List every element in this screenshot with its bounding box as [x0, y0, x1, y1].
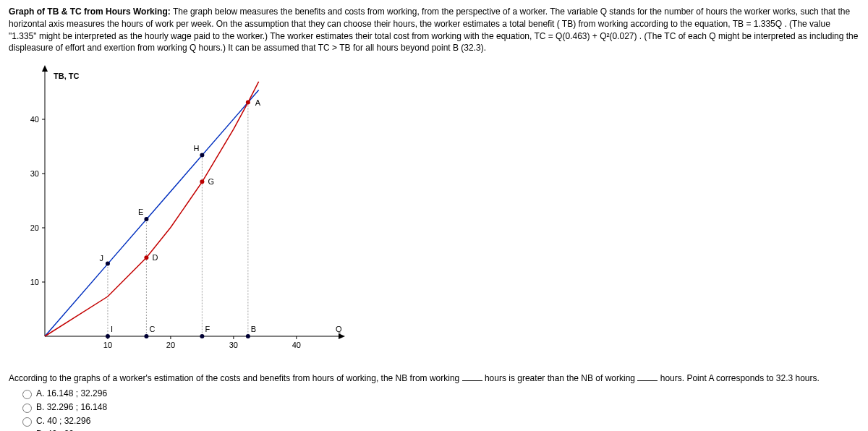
question-block: According to the graphs of a worker's es… — [9, 372, 859, 431]
choice-b[interactable]: B. 32.296 ; 16.148 — [19, 401, 859, 414]
blank-1 — [462, 373, 482, 381]
choice-d-label: D. 40 ; 20 — [36, 428, 74, 431]
svg-text:40: 40 — [292, 341, 301, 349]
svg-point-35 — [106, 262, 110, 266]
svg-text:10: 10 — [103, 341, 112, 349]
svg-text:G: G — [208, 177, 214, 186]
svg-text:D: D — [152, 253, 158, 262]
svg-point-37 — [106, 334, 110, 338]
svg-text:10: 10 — [30, 278, 39, 286]
svg-text:A: A — [255, 98, 261, 107]
svg-point-31 — [144, 217, 148, 221]
choice-c[interactable]: C. 40 ; 32.296 — [19, 415, 859, 427]
choice-c-label: C. 40 ; 32.296 — [36, 415, 90, 427]
question-stem-b: hours is greater than the NB of working — [482, 373, 638, 383]
svg-point-25 — [246, 101, 250, 105]
choice-a[interactable]: A. 16.148 ; 32.296 — [19, 388, 859, 400]
svg-text:H: H — [193, 144, 199, 153]
chart-tb-tc: 1020304010203040TB, TCAHGEDJICFBQ — [16, 61, 349, 365]
svg-point-39 — [144, 334, 148, 338]
choice-d[interactable]: D. 40 ; 20 — [19, 428, 859, 431]
svg-point-43 — [246, 334, 250, 338]
svg-point-33 — [144, 255, 148, 260]
svg-text:TB, TC: TB, TC — [54, 72, 79, 80]
svg-text:40: 40 — [30, 115, 39, 124]
radio-b[interactable] — [22, 404, 32, 413]
intro-title: Graph of TB & TC from Hours Working: — [9, 7, 171, 17]
svg-marker-3 — [339, 333, 345, 339]
svg-text:F: F — [205, 325, 210, 333]
question-stem-a: According to the graphs of a worker's es… — [9, 373, 462, 383]
svg-point-29 — [200, 179, 204, 184]
choice-a-label: A. 16.148 ; 32.296 — [36, 388, 107, 400]
radio-a[interactable] — [22, 390, 32, 399]
radio-c[interactable] — [22, 417, 32, 427]
svg-text:E: E — [138, 208, 143, 216]
svg-text:J: J — [99, 254, 103, 263]
svg-text:I: I — [111, 325, 113, 333]
svg-text:Q: Q — [336, 325, 342, 333]
svg-text:30: 30 — [30, 169, 39, 178]
svg-text:B: B — [251, 325, 256, 333]
blank-2 — [637, 373, 658, 381]
svg-point-41 — [200, 334, 204, 338]
question-stem-c: hours. Point A corresponds to 32.3 hours… — [658, 373, 819, 383]
choice-list: A. 16.148 ; 32.296 B. 32.296 ; 16.148 C.… — [9, 388, 859, 431]
svg-text:30: 30 — [229, 341, 238, 349]
svg-text:20: 20 — [30, 223, 39, 232]
svg-marker-1 — [42, 65, 48, 72]
choice-b-label: B. 32.296 ; 16.148 — [36, 401, 107, 414]
svg-point-27 — [200, 153, 204, 158]
svg-text:20: 20 — [166, 341, 175, 349]
intro-paragraph: Graph of TB & TC from Hours Working: The… — [9, 6, 859, 54]
svg-text:C: C — [149, 325, 155, 333]
